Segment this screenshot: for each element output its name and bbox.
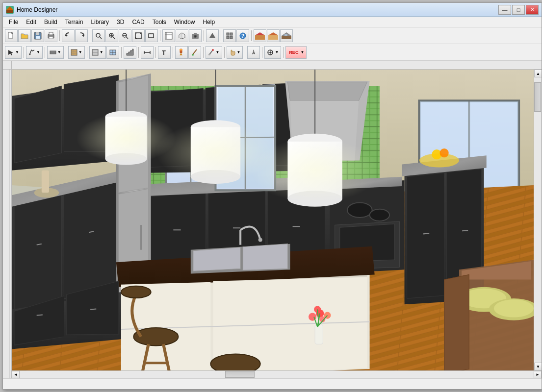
menu-build[interactable]: Build: [40, 18, 61, 26]
menu-help[interactable]: Help: [199, 18, 219, 26]
minimize-button[interactable]: —: [498, 5, 511, 15]
svg-marker-47: [255, 32, 265, 35]
fill-window-button[interactable]: [132, 29, 145, 42]
house-roof-button[interactable]: [280, 29, 293, 42]
record-dropdown[interactable]: REC ▼: [285, 46, 307, 59]
svg-point-176: [258, 238, 262, 242]
svg-marker-174: [243, 244, 287, 270]
redo-button[interactable]: [75, 29, 88, 42]
staircase-button[interactable]: [124, 46, 136, 59]
window-place-button[interactable]: [106, 46, 119, 59]
svg-point-75: [192, 54, 194, 55]
svg-rect-30: [165, 32, 172, 39]
separator-t3: [66, 47, 66, 58]
main-window: Home Designer — □ ✕ File Edit Build Terr…: [2, 2, 542, 390]
svg-rect-52: [284, 34, 287, 36]
separator-4: [204, 30, 204, 41]
ruler-horizontal: [12, 61, 542, 70]
new-button[interactable]: [5, 29, 18, 42]
floor-tool-dropdown[interactable]: ▼: [68, 46, 85, 59]
svg-rect-7: [36, 36, 40, 39]
svg-point-13: [96, 33, 100, 37]
ruler-vertical: [3, 70, 12, 378]
close-button[interactable]: ✕: [526, 5, 539, 15]
separator-t9: [203, 47, 204, 58]
zoom-in-button[interactable]: [105, 29, 118, 42]
svg-line-23: [135, 33, 137, 34]
svg-line-14: [100, 37, 102, 39]
3d-viewport[interactable]: [12, 70, 534, 370]
open-button[interactable]: [18, 29, 31, 42]
separator-1: [59, 30, 60, 41]
svg-rect-73: [180, 49, 182, 50]
3d-view-button[interactable]: [176, 29, 188, 42]
search-button[interactable]: [92, 29, 105, 42]
svg-rect-62: [93, 50, 98, 52]
svg-rect-5: [34, 32, 41, 39]
house-back-button[interactable]: [267, 29, 280, 42]
scroll-left-button[interactable]: ◄: [12, 371, 20, 379]
draw-tool-dropdown[interactable]: ▼: [26, 46, 43, 59]
menu-terrain[interactable]: Terrain: [61, 18, 87, 26]
scroll-thumb-v[interactable]: [534, 82, 541, 112]
zoom-box-button[interactable]: [145, 29, 158, 42]
menu-tools[interactable]: Tools: [149, 18, 170, 26]
dropdown-arrow-3: ▼: [57, 50, 61, 54]
menu-library[interactable]: Library: [87, 18, 113, 26]
paintbrush-button[interactable]: [188, 46, 201, 59]
paint-tool-button[interactable]: [175, 46, 188, 59]
north-arrow-button[interactable]: N: [247, 46, 260, 59]
cabinet-tool-dropdown[interactable]: ▼: [89, 46, 106, 59]
arrow-up-button[interactable]: [206, 29, 219, 42]
menu-cad[interactable]: CAD: [128, 18, 148, 26]
menu-file[interactable]: File: [5, 18, 22, 26]
menu-3d[interactable]: 3D: [113, 18, 128, 26]
svg-marker-11: [66, 34, 68, 37]
scroll-track-v[interactable]: [534, 77, 542, 363]
app-icon: [6, 6, 14, 14]
svg-rect-8: [48, 34, 54, 38]
svg-marker-72: [180, 53, 182, 55]
symbol-button[interactable]: [223, 29, 236, 42]
svg-marker-49: [268, 32, 278, 35]
save-button[interactable]: [31, 29, 44, 42]
svg-marker-34: [179, 33, 182, 39]
svg-line-18: [113, 37, 115, 39]
svg-rect-22: [135, 33, 141, 39]
svg-point-155: [439, 148, 448, 157]
wall-tool-dropdown[interactable]: ▼: [47, 46, 64, 59]
separator-6: [251, 30, 252, 41]
scroll-down-button[interactable]: ▼: [534, 363, 542, 370]
print-button[interactable]: [45, 29, 57, 42]
zoom-out-button[interactable]: [119, 29, 131, 42]
plan-button[interactable]: [162, 29, 175, 42]
scroll-up-button[interactable]: ▲: [534, 70, 542, 77]
toolbar-tools: ▼ ▼ ▼ ▼ ▼: [3, 44, 542, 61]
menu-window[interactable]: Window: [170, 18, 199, 26]
hand-tool-dropdown[interactable]: ▼: [227, 46, 243, 59]
svg-point-84: [270, 51, 271, 53]
window-controls: — □ ✕: [498, 5, 539, 15]
separator-3: [160, 30, 160, 41]
scroll-thumb-h[interactable]: [225, 371, 255, 378]
svg-point-78: [212, 49, 214, 51]
svg-marker-118: [14, 86, 61, 163]
text-tool-button[interactable]: T: [158, 46, 171, 59]
dimension-button[interactable]: [141, 46, 154, 59]
scroll-track-h[interactable]: [20, 371, 534, 379]
maximize-button[interactable]: □: [512, 5, 525, 15]
house-front-button[interactable]: [254, 29, 266, 42]
svg-marker-1: [6, 6, 13, 10]
dropdown-arrow-2: ▼: [36, 50, 40, 54]
select-tool-dropdown[interactable]: ▼: [5, 46, 22, 59]
svg-marker-53: [8, 50, 13, 55]
eyedropper-dropdown[interactable]: ▼: [206, 46, 222, 59]
scroll-right-button[interactable]: ►: [534, 371, 542, 379]
camera-button[interactable]: [189, 29, 202, 42]
transform-dropdown[interactable]: ▼: [264, 46, 281, 59]
undo-button[interactable]: [62, 29, 75, 42]
question-button[interactable]: ?: [236, 29, 249, 42]
record-label: REC: [288, 50, 299, 55]
menu-edit[interactable]: Edit: [22, 18, 40, 26]
svg-line-222: [90, 309, 96, 309]
